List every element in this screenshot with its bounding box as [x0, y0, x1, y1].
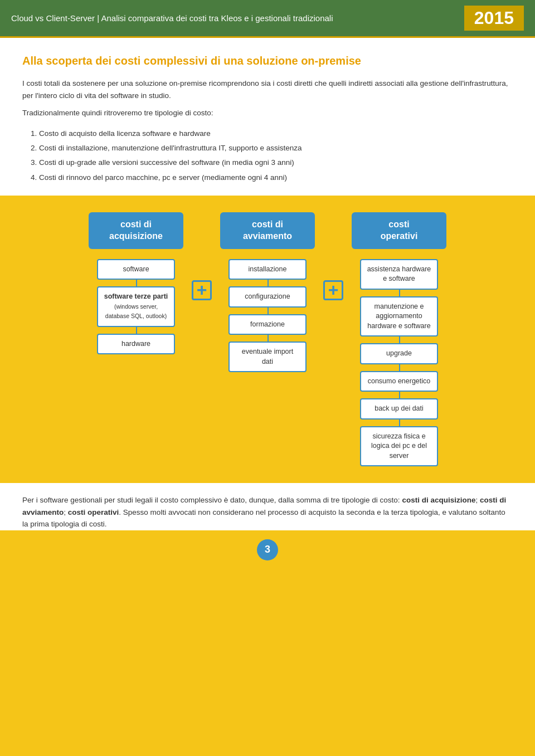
plus-divider-2: +	[323, 212, 343, 300]
page-number: 3	[257, 539, 278, 560]
items-acquisizione: software software terze parti (windows s…	[89, 259, 183, 355]
item-assistenza: assistenza hardware e software	[360, 259, 438, 290]
item-consumo: consumo energetico	[360, 371, 438, 392]
header-acquisizione: costi di acquisizione	[89, 212, 183, 249]
item-manutenzione: manutenzione e aggiornamento hardware e …	[360, 296, 438, 337]
page-header: Cloud vs Client-Server | Analisi compara…	[0, 0, 535, 38]
cost-diagram: costi di acquisizione software software …	[0, 196, 535, 483]
header-title: Cloud vs Client-Server | Analisi compara…	[11, 13, 333, 23]
item-configurazione: configurazione	[228, 286, 307, 308]
cost-list: Costo di acquisto della licenza software…	[39, 127, 513, 184]
item-upgrade: upgrade	[360, 343, 438, 364]
section-title: Alla scoperta dei costi complessivi di u…	[22, 55, 513, 67]
plus-divider-1: +	[192, 212, 212, 300]
item-software-terze: software terze parti (windows server, da…	[97, 286, 175, 327]
item-sicurezza: sicurezza fisica e logica dei pc e del s…	[360, 426, 438, 467]
item-software: software	[97, 259, 175, 280]
header-year: 2015	[464, 6, 524, 31]
item-hardware: hardware	[97, 334, 175, 355]
item-backup: back up dei dati	[360, 398, 438, 420]
items-avviamento: installazione configurazione formazione …	[220, 259, 315, 373]
item-installazione: installazione	[228, 259, 307, 280]
item-import-dati: eventuale import dati	[228, 342, 307, 372]
column-operativi: costi operativi assistenza hardware e so…	[343, 212, 455, 466]
page-number-area: 3	[0, 530, 535, 572]
footer-paragraph: Per i software gestionali per studi lega…	[22, 494, 513, 530]
items-operativi: assistenza hardware e software manutenzi…	[352, 259, 446, 467]
plus-icon-1: +	[192, 280, 212, 300]
intro-paragraph-2: Tradizionalmente quindi ritroveremo tre …	[22, 107, 513, 119]
main-content: Alla scoperta dei costi complessivi di u…	[0, 38, 535, 572]
plus-icon-2: +	[323, 280, 343, 300]
list-item-4: Costi di rinnovo del parco macchine, pc …	[39, 171, 513, 184]
header-avviamento: costi di avviamento	[220, 212, 315, 249]
item-formazione: formazione	[228, 314, 307, 335]
intro-paragraph-1: I costi totali da sostenere per una solu…	[22, 77, 513, 101]
column-acquisizione: costi di acquisizione software software …	[80, 212, 192, 354]
list-item-1: Costo di acquisto della licenza software…	[39, 127, 513, 140]
column-avviamento: costi di avviamento installazione config…	[212, 212, 323, 372]
list-item-2: Costi di installazione, manutenzione del…	[39, 142, 513, 155]
header-operativi: costi operativi	[352, 212, 446, 249]
list-item-3: Costi di up-grade alle versioni successi…	[39, 156, 513, 169]
